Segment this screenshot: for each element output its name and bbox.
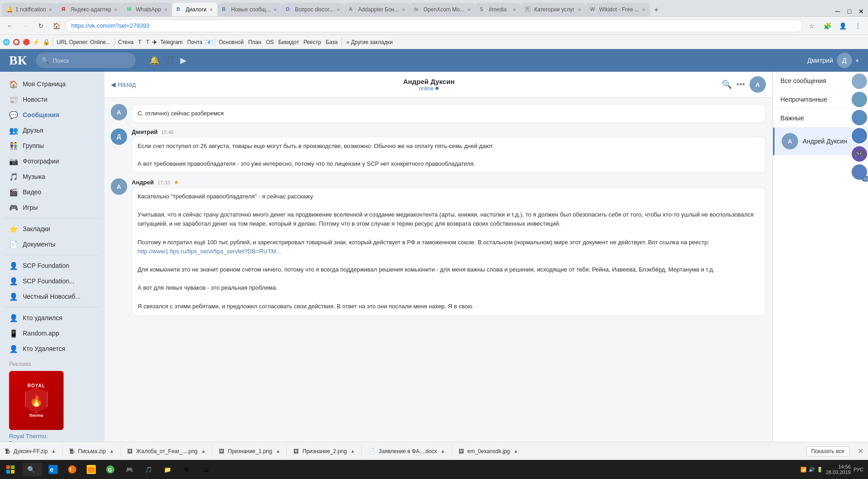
bookmark-button[interactable]: ☆: [805, 20, 818, 32]
sidebar-item-music[interactable]: 🎵 Музыка: [0, 169, 104, 184]
toolbar-link-t2[interactable]: T: [144, 38, 151, 46]
battery-icon[interactable]: 🔋: [817, 467, 823, 473]
sidebar-item-who-deletes[interactable]: 👤 Кто Удаляется: [0, 341, 104, 356]
minimize-button[interactable]: ─: [833, 6, 843, 16]
notifications-icon[interactable]: 🔔: [149, 55, 159, 65]
tab-1[interactable]: 🔔 1 notification ✕: [2, 3, 57, 16]
taskbar-icon-5[interactable]: 🎵: [139, 460, 158, 479]
tab-2-close[interactable]: ✕: [114, 7, 118, 12]
sidebar-item-bookmarks[interactable]: ⭐ Закладки: [0, 221, 104, 237]
download-2-arrow[interactable]: ▲: [109, 449, 114, 454]
download-4-arrow[interactable]: ▲: [276, 449, 280, 454]
reload-button[interactable]: ↻: [35, 20, 47, 32]
taskbar-icon-2[interactable]: f: [63, 460, 81, 479]
lang-indicator[interactable]: РУС: [853, 467, 863, 472]
tab-9-close[interactable]: ✕: [513, 7, 516, 12]
toolbar-fav-telegram[interactable]: ✈: [152, 39, 158, 46]
download-1-arrow[interactable]: ▲: [51, 449, 56, 454]
msg-1-sender[interactable]: Дмитрий: [132, 128, 158, 135]
toolbar-link-plan[interactable]: План: [247, 38, 263, 46]
toolbar-link-baza[interactable]: База: [324, 38, 340, 46]
vk-logo[interactable]: ВК: [9, 53, 27, 68]
download-7-arrow[interactable]: ▲: [513, 449, 518, 454]
user-menu-chevron[interactable]: ▾: [856, 57, 859, 64]
toolbar-link-reestr[interactable]: Реестр: [301, 38, 323, 46]
tab-11-close[interactable]: ✕: [642, 7, 646, 12]
home-button[interactable]: 🏠: [50, 20, 63, 32]
maximize-button[interactable]: □: [844, 6, 854, 16]
toolbar-link-osnovnoy[interactable]: Основной: [217, 38, 246, 46]
toolbar-fav-3[interactable]: 🔴: [23, 39, 30, 46]
taskbar-icon-4[interactable]: 🎮: [120, 460, 138, 479]
toolbar-fav-4[interactable]: ⚡: [33, 39, 40, 46]
toolbar-fav-1[interactable]: 🌐: [3, 39, 10, 46]
chat-contact-avatar[interactable]: А: [750, 76, 766, 93]
tab-10-close[interactable]: ✕: [577, 7, 581, 12]
tab-8-close[interactable]: ✕: [467, 7, 471, 12]
side-avatar-2[interactable]: [851, 91, 868, 108]
side-avatar-1[interactable]: [851, 73, 868, 90]
download-4[interactable]: 🖼 Признание_1.png ▲: [219, 448, 280, 454]
sidebar-item-video[interactable]: 🎬 Видео: [0, 184, 104, 200]
sidebar-item-documents[interactable]: 📄 Документы: [0, 237, 104, 252]
tab-4-close[interactable]: ✕: [209, 7, 213, 12]
sidebar-item-messages[interactable]: 💬 Сообщения: [0, 107, 104, 123]
sidebar-item-random[interactable]: 📱 Random.app: [0, 326, 104, 341]
toolbar-link-bikidot[interactable]: Бикидот: [276, 38, 301, 46]
tab-8[interactable]: tx OpenXcom Mo... ✕: [410, 3, 475, 16]
toolbar-link-url-opener[interactable]: URL Opener: Online...: [55, 38, 112, 46]
sidebar-item-news[interactable]: 📰 Новости: [0, 92, 104, 107]
forward-button[interactable]: →: [19, 20, 32, 32]
volume-icon[interactable]: 🔊: [809, 467, 815, 473]
clock[interactable]: 14:56 28.03.2019: [826, 464, 851, 475]
download-7[interactable]: 🖼 em_0ехansdk.jpg ▲: [459, 448, 518, 454]
tab-11[interactable]: W Wikidot - Free ... ✕: [586, 3, 650, 16]
tab-7[interactable]: A Addappter Бон... ✕: [345, 3, 410, 16]
tab-6-close[interactable]: ✕: [336, 7, 340, 12]
vk-user-avatar[interactable]: Д: [837, 53, 852, 68]
download-3[interactable]: 🖼 Жалоба_от_Fear_....png ▲: [127, 448, 206, 454]
sidebar-item-groups[interactable]: 👫 Группы: [0, 138, 104, 153]
back-button[interactable]: ←: [4, 20, 16, 32]
taskbar-icon-explorer[interactable]: [82, 460, 100, 479]
download-2[interactable]: 🗜 Письма.zip ▲: [69, 448, 114, 454]
download-5-arrow[interactable]: ▲: [350, 449, 355, 454]
music-icon[interactable]: 🎵: [165, 55, 175, 65]
tab-9[interactable]: S #media ✕: [475, 3, 521, 16]
settings-button[interactable]: ⋮: [852, 20, 864, 32]
msg-2-sender[interactable]: Андрей: [132, 179, 154, 186]
side-avatar-4[interactable]: [851, 127, 868, 144]
vk-username[interactable]: Дмитрий: [807, 57, 833, 64]
tab-6[interactable]: D Вопрос discor... ✕: [281, 3, 345, 16]
sidebar-item-who-deleted[interactable]: 👤 Кто удалился: [0, 310, 104, 326]
taskbar-search[interactable]: 🔍: [23, 463, 42, 476]
download-1[interactable]: 🗜 Дуксин-FF.zip ▲: [5, 448, 56, 454]
advert-image[interactable]: ROYAL 🔥 thermo: [9, 371, 64, 430]
toolbar-link-stena[interactable]: Стена: [116, 38, 135, 46]
vk-search-bar[interactable]: 🔍: [36, 53, 136, 68]
profile-button[interactable]: 👤: [836, 20, 849, 32]
download-6-arrow[interactable]: ▲: [441, 449, 445, 454]
address-input[interactable]: [65, 20, 803, 32]
sidebar-item-friends[interactable]: 👥 Друзья: [0, 123, 104, 138]
sidebar-item-games[interactable]: 🎮 Игры: [0, 200, 104, 215]
close-downloads-button[interactable]: ✕: [858, 447, 863, 455]
sidebar-item-scp2[interactable]: 👤 SCP Foundation...: [0, 273, 104, 289]
sidebar-item-photos[interactable]: 📷 Фотографии: [0, 153, 104, 169]
msg-2-link[interactable]: http://www1.fips.ru/fips_servl/fips_serv…: [138, 248, 281, 255]
new-tab-button[interactable]: +: [650, 4, 663, 16]
tab-3-close[interactable]: ✕: [164, 7, 168, 12]
toolbar-link-t1[interactable]: T: [136, 38, 143, 46]
toolbar-fav-5[interactable]: 🔒: [43, 39, 50, 46]
tab-10[interactable]: 🇷 Категории услуг ✕: [521, 3, 586, 16]
back-to-dialogs[interactable]: ◀ Назад: [111, 81, 136, 88]
vk-search-input[interactable]: [53, 57, 125, 64]
start-button[interactable]: [0, 460, 21, 479]
sidebar-item-novosib[interactable]: 👤 Честный Новосиб...: [0, 289, 104, 304]
download-6[interactable]: 📄 Заявление в ФА....docx ▲: [368, 448, 445, 454]
tab-5-close[interactable]: ✕: [273, 7, 277, 12]
extensions-button[interactable]: 🧩: [821, 20, 833, 32]
tab-5[interactable]: В Новые сообщ... ✕: [217, 3, 281, 16]
more-options-icon[interactable]: •••: [736, 80, 745, 89]
tab-3[interactable]: W WhatsApp ✕: [122, 3, 172, 16]
